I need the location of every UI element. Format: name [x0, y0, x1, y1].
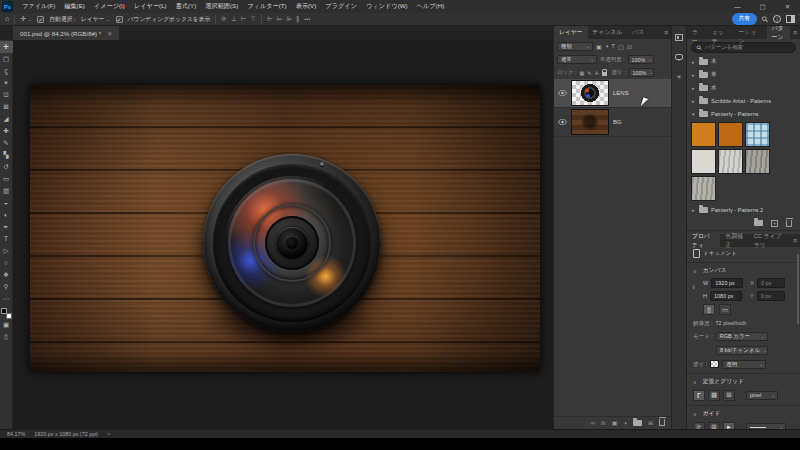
distribute-icon-2[interactable]: ⊨	[277, 15, 283, 23]
filter-shape-icon[interactable]: ▢	[618, 43, 624, 50]
pattern-swatch[interactable]	[691, 149, 716, 174]
move-tool-preset-icon[interactable]: ✛	[20, 14, 32, 24]
visibility-eye-icon[interactable]	[558, 90, 567, 96]
pattern-swatch[interactable]	[691, 122, 716, 147]
canvas-fill-dropdown[interactable]: 透明	[722, 360, 766, 369]
tab-color[interactable]: カラー	[687, 26, 707, 39]
chevron-right-icon[interactable]: ▸	[692, 72, 696, 78]
pattern-folder-painterly-2[interactable]: ▸ Painterly - Patterns 2	[687, 203, 800, 216]
tool-dodge[interactable]: ◐	[0, 209, 13, 221]
link-dimensions-icon[interactable]: ∞	[691, 285, 697, 289]
fill-dropdown[interactable]: 100%	[629, 68, 654, 77]
tab-properties[interactable]: プロパティ	[687, 234, 720, 247]
menu-edit[interactable]: 編集(E)	[64, 2, 85, 11]
quick-mask-icon[interactable]: ▣	[0, 319, 13, 331]
bounding-box-checkbox[interactable]	[116, 16, 123, 23]
rulers-toggle-button[interactable]: Γ	[693, 390, 705, 401]
document-canvas[interactable]	[30, 85, 540, 372]
distribute-icon-4[interactable]: ∥	[296, 15, 299, 23]
pattern-folder-painterly[interactable]: ▾ Painterly - Patterns	[687, 107, 800, 120]
x-input[interactable]: 0 px	[757, 278, 785, 288]
tool-marquee[interactable]: ▢	[0, 53, 13, 65]
menu-layer[interactable]: レイヤー(L)	[134, 2, 167, 11]
tool-move[interactable]: ✛	[0, 41, 13, 53]
photoshop-logo[interactable]: Ps	[2, 1, 13, 12]
tool-pen[interactable]: ✒	[0, 221, 13, 233]
layer-name[interactable]: LENS	[613, 90, 629, 96]
distribute-icon-3[interactable]: ⊫	[286, 15, 292, 23]
lock-position-icon[interactable]: ✛	[594, 70, 598, 76]
distribute-icon-1[interactable]: ⊩	[267, 15, 273, 23]
tab-close-icon[interactable]: ✕	[107, 30, 112, 37]
delete-layer-icon[interactable]	[659, 419, 665, 426]
menu-view[interactable]: 表示(V)	[296, 2, 317, 11]
grid-toggle-button[interactable]: ▦	[708, 390, 720, 401]
info-icon[interactable]: i	[773, 15, 781, 23]
pattern-folder-water[interactable]: ▸ 水	[687, 81, 800, 94]
orientation-landscape-button[interactable]: ▭	[719, 304, 731, 315]
share-button[interactable]: 共有	[732, 13, 758, 25]
tool-frame[interactable]: ⊠	[0, 101, 13, 113]
delete-pattern-icon[interactable]	[786, 220, 792, 227]
pattern-swatch[interactable]	[691, 176, 716, 201]
align-top-icon[interactable]: ⊤	[250, 15, 256, 23]
new-group-icon[interactable]	[754, 220, 763, 226]
scrollbar[interactable]	[797, 254, 799, 324]
chevron-right-icon[interactable]: ▸	[692, 85, 696, 91]
lock-all-icon[interactable]	[602, 72, 607, 76]
bit-depth-dropdown[interactable]: 8 bit/チャンネル	[716, 346, 768, 355]
chevron-right-icon[interactable]: ▸	[692, 207, 696, 213]
new-pattern-icon[interactable]: +	[771, 220, 778, 227]
filter-smart-object-icon[interactable]: ⊡	[627, 43, 632, 50]
layer-style-fx-icon[interactable]: fx	[601, 420, 606, 426]
chevron-down-icon[interactable]: ▾	[692, 111, 696, 117]
chevron-right-icon[interactable]: ▸	[692, 98, 696, 104]
home-icon[interactable]: ⌂	[5, 14, 9, 24]
add-mask-icon[interactable]: ▣	[612, 419, 618, 426]
rulers-grid-section-header[interactable]: 定規とグリッド	[687, 376, 800, 387]
canvas-section-header[interactable]: カンバス	[687, 265, 800, 276]
workspace-switcher-icon[interactable]	[786, 15, 795, 23]
color-swatches[interactable]	[1, 308, 12, 319]
new-group-icon[interactable]	[633, 420, 642, 426]
tab-channels[interactable]: チャンネル	[588, 26, 628, 39]
tool-lasso[interactable]: ϛ	[0, 65, 13, 77]
tab-layers[interactable]: レイヤー	[554, 26, 588, 39]
layer-thumbnail-bg[interactable]	[571, 109, 609, 135]
tab-cc-libraries[interactable]: CC ライブラリ	[749, 234, 790, 247]
menu-filter[interactable]: フィルター(T)	[247, 2, 286, 11]
auto-select-checkbox[interactable]	[37, 16, 44, 23]
menu-image[interactable]: イメージ(I)	[94, 2, 125, 11]
layer-row-lens[interactable]: LENS	[554, 79, 671, 108]
pattern-folder-trees[interactable]: ▸ 木	[687, 55, 800, 68]
layer-thumbnail-lens[interactable]	[571, 80, 609, 106]
lock-transparency-icon[interactable]: ▦	[580, 70, 585, 76]
panel-menu-icon[interactable]: ≡	[790, 26, 800, 39]
tool-zoom[interactable]: ⚲	[0, 281, 13, 293]
tool-crop[interactable]: ⊡	[0, 89, 13, 101]
pattern-swatch[interactable]	[718, 122, 743, 147]
layer-row-bg[interactable]: BG	[554, 108, 671, 137]
menu-select[interactable]: 選択範囲(S)	[205, 2, 238, 11]
pattern-folder-scribble[interactable]: ▸ Scribble Artist - Patterns	[687, 94, 800, 107]
tool-path-selection[interactable]: ▷	[0, 245, 13, 257]
more-options-icon[interactable]: •••	[304, 16, 310, 22]
canvas-area[interactable]	[13, 40, 553, 429]
tab-gradients[interactable]: グラデーション	[734, 26, 767, 39]
minimize-button[interactable]: —	[725, 0, 750, 13]
auto-select-dropdown[interactable]: レイヤー	[81, 15, 111, 24]
align-center-icon[interactable]: ⊥	[231, 15, 237, 23]
chevron-right-icon[interactable]: ▸	[692, 59, 696, 65]
layer-name[interactable]: BG	[613, 119, 622, 125]
foreground-color-swatch[interactable]	[1, 308, 7, 314]
snap-toggle-button[interactable]: ⊞	[723, 390, 735, 401]
filter-pixel-icon[interactable]: ▣	[596, 43, 602, 50]
pattern-swatch[interactable]	[745, 149, 770, 174]
menu-type[interactable]: 書式(Y)	[176, 2, 197, 11]
y-input[interactable]: 0 px	[757, 291, 785, 301]
tool-brush[interactable]: ✎	[0, 137, 13, 149]
tab-swatches[interactable]: スウォッチ	[707, 26, 734, 39]
tools-more-icon[interactable]: ⋯	[0, 293, 13, 305]
close-button[interactable]: ✕	[775, 0, 800, 13]
tool-magic-wand[interactable]: ✶	[0, 77, 13, 89]
